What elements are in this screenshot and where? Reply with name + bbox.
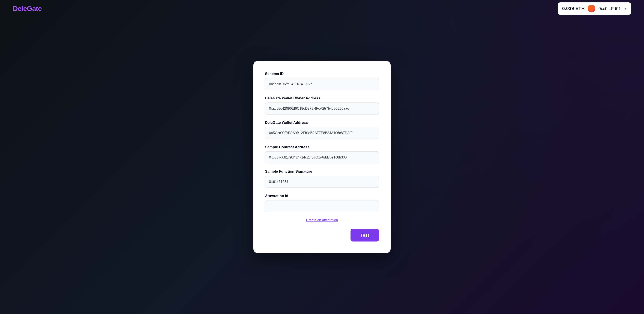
function-sig-label: Sample Function Signature [265,169,379,174]
wallet-address-group: DeleGate Wallet Address [265,121,379,139]
attestation-id-label: Attestation Id [265,194,379,198]
wallet-avatar [588,5,595,12]
create-attestation-link[interactable]: Create an attestation [265,218,379,222]
function-sig-input[interactable] [265,176,379,188]
owner-address-group: DeleGate Wallet Owner Address [265,96,379,115]
contract-address-group: Sample Contract Address [265,145,379,163]
attestation-id-input[interactable] [265,200,379,212]
wallet-address-label: DeleGate Wallet Address [265,121,379,125]
modal-card: Schema ID DeleGate Wallet Owner Address … [254,61,390,253]
schema-id-group: Schema ID [265,72,379,90]
schema-id-input[interactable] [265,78,379,90]
modal-footer: Test [265,229,379,242]
wallet-button[interactable]: 0.039 ETH 0xc0...Fd01 ▾ [558,2,631,15]
navbar: DeleGate 0.039 ETH 0xc0...Fd01 ▾ [0,0,644,17]
wallet-eth-balance: 0.039 ETH [562,6,584,11]
function-sig-group: Sample Function Signature [265,169,379,188]
schema-id-label: Schema ID [265,72,379,76]
owner-address-label: DeleGate Wallet Owner Address [265,96,379,100]
brand-logo: DeleGate [13,5,42,13]
owner-address-input[interactable] [265,103,379,115]
test-button[interactable]: Test [350,229,379,242]
contract-address-label: Sample Contract Address [265,145,379,149]
wallet-address-input[interactable] [265,127,379,139]
chevron-down-icon: ▾ [625,6,627,11]
contract-address-input[interactable] [265,151,379,163]
attestation-id-group: Attestation Id [265,194,379,212]
wallet-address-text: 0xc0...Fd01 [598,6,621,11]
